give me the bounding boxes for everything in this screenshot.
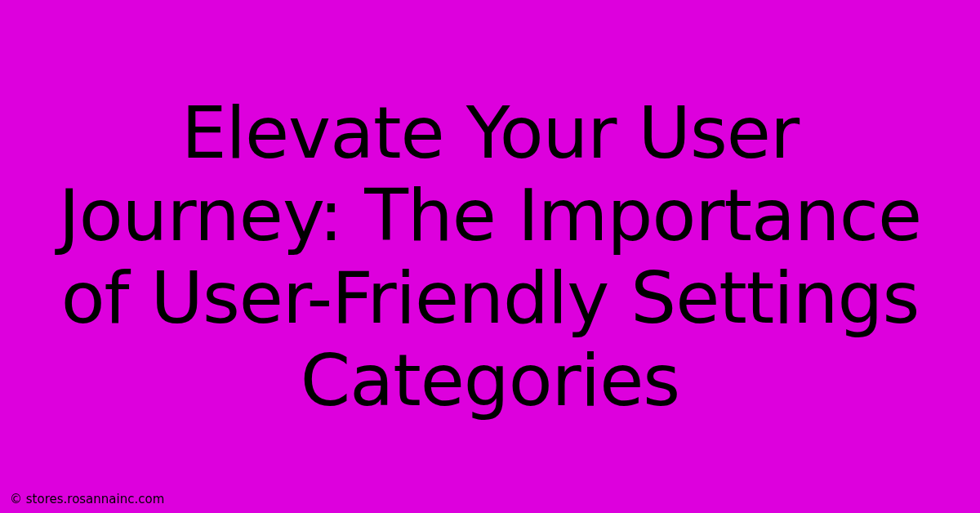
title-container: Elevate Your User Journey: The Importanc… xyxy=(0,0,980,513)
attribution-text: © stores.rosannainc.com xyxy=(10,492,164,506)
page-title: Elevate Your User Journey: The Importanc… xyxy=(49,91,931,422)
